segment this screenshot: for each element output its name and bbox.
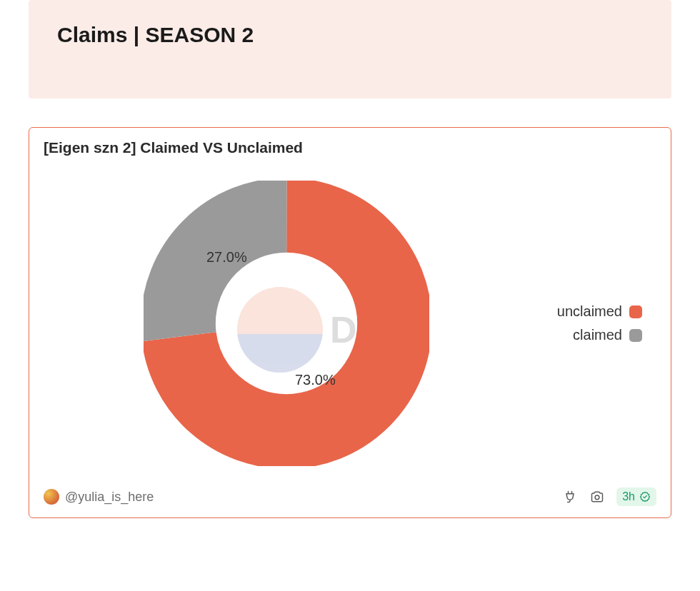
legend-item-unclaimed[interactable]: unclaimed bbox=[557, 303, 642, 320]
plug-icon[interactable] bbox=[562, 489, 578, 505]
chart-card: [Eigen szn 2] Claimed VS Unclaimed Dune … bbox=[29, 127, 671, 518]
chart-title: [Eigen szn 2] Claimed VS Unclaimed bbox=[29, 128, 671, 159]
legend-swatch-claimed bbox=[629, 329, 642, 342]
svg-point-0 bbox=[595, 495, 599, 500]
camera-icon[interactable] bbox=[589, 489, 605, 505]
legend-item-claimed[interactable]: claimed bbox=[557, 327, 642, 343]
legend-label: unclaimed bbox=[557, 303, 622, 320]
age-text: 3h bbox=[622, 490, 635, 503]
page-header: Claims | SEASON 2 bbox=[29, 0, 671, 98]
chart-area: Dune 27.0% 73.0% unclaimed claimed bbox=[29, 159, 671, 488]
chart-legend: unclaimed claimed bbox=[557, 303, 642, 343]
slice-label-unclaimed: 73.0% bbox=[295, 372, 336, 388]
page-title: Claims | SEASON 2 bbox=[57, 23, 643, 47]
legend-swatch-unclaimed bbox=[629, 305, 642, 318]
author-handle: @yulia_is_here bbox=[65, 490, 154, 505]
card-footer: @yulia_is_here 3h bbox=[29, 488, 671, 517]
donut-chart: 27.0% 73.0% bbox=[144, 181, 429, 466]
author-avatar bbox=[44, 489, 59, 505]
footer-actions: 3h bbox=[562, 488, 656, 506]
slice-label-claimed: 27.0% bbox=[206, 249, 247, 266]
verified-icon bbox=[639, 491, 651, 502]
legend-label: claimed bbox=[573, 327, 622, 343]
author-link[interactable]: @yulia_is_here bbox=[44, 489, 154, 505]
last-updated-badge[interactable]: 3h bbox=[616, 488, 656, 506]
